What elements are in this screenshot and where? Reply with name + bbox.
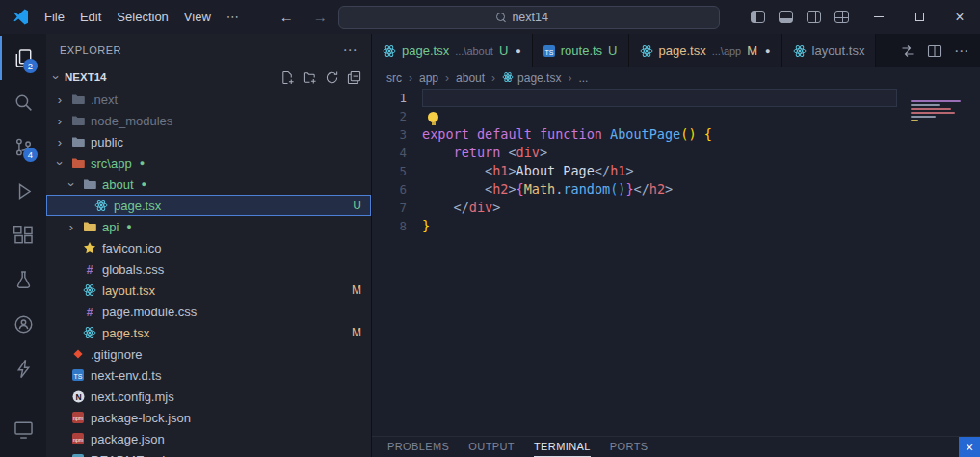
explorer-icon[interactable]: 2 xyxy=(0,36,46,80)
token xyxy=(422,145,454,160)
split-editor-icon[interactable] xyxy=(927,43,942,59)
file-label: page.module.css xyxy=(102,305,197,319)
editor-more-actions-icon[interactable]: ⋯ xyxy=(954,42,968,60)
react-icon xyxy=(82,326,97,339)
folder-icon xyxy=(70,94,86,105)
toggle-secondary-sidebar-icon[interactable] xyxy=(807,11,821,23)
file-globals.css[interactable]: #globals.css xyxy=(46,258,371,280)
search-input[interactable] xyxy=(512,11,562,24)
token: } xyxy=(422,218,430,233)
menu-view[interactable]: View xyxy=(176,7,219,27)
compare-changes-icon[interactable] xyxy=(900,43,915,59)
run-debug-icon[interactable] xyxy=(0,169,46,213)
chevron-down-icon: › xyxy=(49,71,64,83)
panel-tab-terminal[interactable]: TERMINAL xyxy=(534,437,591,457)
toggle-panel-icon[interactable] xyxy=(779,11,793,23)
svg-text:TS: TS xyxy=(74,373,83,380)
tab-page.tsx[interactable]: page.tsx...\appM● xyxy=(629,34,782,67)
svg-text:#: # xyxy=(87,306,93,318)
untracked-dot-icon: ● xyxy=(142,179,146,189)
token xyxy=(422,163,485,178)
breadcrumb-item[interactable]: about xyxy=(456,71,485,85)
file-.gitignore[interactable]: .gitignore xyxy=(46,343,371,364)
file-layout.tsx[interactable]: layout.tsxM xyxy=(46,280,371,301)
minimap[interactable] xyxy=(911,92,974,123)
breadcrumb-item[interactable]: src xyxy=(386,71,402,85)
file-package-lock.json[interactable]: npmpackage-lock.json xyxy=(46,407,371,428)
token: AboutPage xyxy=(610,126,680,142)
breadcrumb-label: page.tsx xyxy=(517,71,561,85)
folder-icon xyxy=(82,178,97,190)
breadcrumb-item[interactable]: page.tsx xyxy=(502,71,561,86)
file-api[interactable]: ›api● xyxy=(46,216,371,237)
menu-overflow-button[interactable]: ⋯ xyxy=(219,7,247,27)
go-back-button[interactable]: ← xyxy=(279,9,294,25)
tab-route.ts[interactable]: TSroute.tsU xyxy=(533,34,629,67)
tab-page.tsx[interactable]: page.tsx...\aboutU● xyxy=(372,34,533,67)
source-control-icon[interactable]: 4 xyxy=(0,124,46,169)
line-number: 1 xyxy=(372,89,407,107)
git-icon xyxy=(70,348,86,360)
file-readme.md[interactable]: iREADME.md xyxy=(46,449,371,457)
file-about[interactable]: ›about● xyxy=(46,174,371,195)
file-next.config.mjs[interactable]: Nnext.config.mjs xyxy=(46,386,371,407)
file-page.module.css[interactable]: #page.module.css xyxy=(46,301,371,322)
code-line-4: 4 return <div> xyxy=(372,144,897,162)
extensions-icon[interactable] xyxy=(0,213,46,257)
menu-selection[interactable]: Selection xyxy=(109,7,175,27)
command-center-search[interactable] xyxy=(338,6,720,29)
file-package.json[interactable]: npmpackage.json xyxy=(46,428,371,449)
token: < xyxy=(508,145,516,160)
tab-bar-actions: ⋯ xyxy=(888,34,980,67)
collapse-all-icon[interactable] xyxy=(347,70,361,85)
breadcrumb-item[interactable]: app xyxy=(419,71,438,85)
go-forward-button[interactable]: → xyxy=(313,9,328,25)
token: random xyxy=(563,181,610,197)
react-icon xyxy=(82,283,97,297)
thunder-client-icon[interactable] xyxy=(0,346,46,390)
menu-file[interactable]: File xyxy=(37,7,72,27)
tab-label: page.tsx xyxy=(659,43,706,58)
testing-icon[interactable] xyxy=(0,257,46,302)
editor[interactable]: 123export default function AboutPage() {… xyxy=(372,89,980,436)
untracked-dot-icon: ● xyxy=(140,158,145,168)
workspace-section-header[interactable]: › NEXT14 xyxy=(46,66,371,89)
minimize-button[interactable] xyxy=(859,0,899,34)
menu-edit[interactable]: Edit xyxy=(72,7,109,27)
file-node-modules[interactable]: ›node_modules xyxy=(46,110,371,131)
file-page.tsx[interactable]: page.tsxM xyxy=(46,322,371,343)
history-nav: ← → xyxy=(279,9,328,25)
panel-tab-ports[interactable]: PORTS xyxy=(610,437,649,457)
customize-layout-icon[interactable] xyxy=(834,11,849,23)
refresh-icon[interactable] xyxy=(325,70,339,85)
token: > xyxy=(508,181,516,197)
breadcrumb-item[interactable]: ... xyxy=(578,71,588,85)
layout-controls xyxy=(751,11,849,23)
tab-label: route.ts xyxy=(561,43,602,58)
panel-tab-problems[interactable]: PROBLEMS xyxy=(387,437,449,457)
token: Math xyxy=(524,181,556,197)
file-next-env.d.ts[interactable]: TSnext-env.d.ts xyxy=(46,364,371,386)
new-folder-icon[interactable] xyxy=(303,70,317,85)
file-page.tsx[interactable]: page.tsxU xyxy=(46,195,371,216)
file-.next[interactable]: ›.next xyxy=(46,89,371,110)
svg-text:npm: npm xyxy=(73,437,84,443)
file-favicon.ico[interactable]: favicon.ico xyxy=(46,237,371,258)
file-src-app[interactable]: ›src\app● xyxy=(46,152,371,174)
file-public[interactable]: ›public xyxy=(46,131,371,152)
search-icon[interactable] xyxy=(0,80,46,124)
panel-tab-output[interactable]: OUTPUT xyxy=(468,437,515,457)
tab-layout.tsx[interactable]: layout.tsx xyxy=(782,34,877,67)
maximize-button[interactable] xyxy=(899,0,940,34)
close-button[interactable]: × xyxy=(940,0,980,34)
new-file-icon[interactable] xyxy=(280,70,295,85)
explorer-more-actions-button[interactable]: ⋯ xyxy=(343,41,358,59)
code-line-5: 5 <h1>About Page</h1> xyxy=(372,162,897,180)
live-share-icon[interactable] xyxy=(0,302,46,346)
remote-explorer-icon[interactable] xyxy=(0,407,46,451)
panel-close-button[interactable]: × xyxy=(959,437,980,457)
tab-detail: ...\app xyxy=(712,45,742,57)
toggle-sidebar-icon[interactable] xyxy=(751,11,765,23)
code-text: } xyxy=(422,217,897,235)
code-lines: 123export default function AboutPage() {… xyxy=(372,89,980,235)
